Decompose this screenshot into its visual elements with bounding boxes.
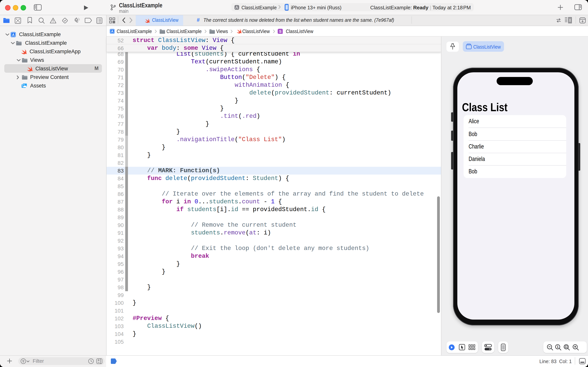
svg-text:A: A (12, 33, 15, 37)
svg-text:S: S (279, 29, 281, 33)
svg-text:1: 1 (557, 345, 558, 349)
svg-text:A: A (111, 29, 113, 33)
